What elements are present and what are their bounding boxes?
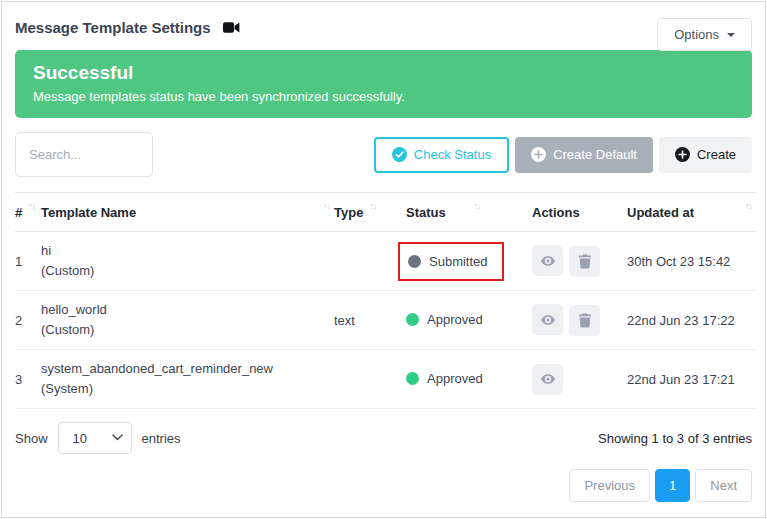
column-header-num[interactable]: #↑↓ [15,193,41,232]
view-button[interactable] [532,364,563,395]
trash-icon [578,313,592,328]
row-number: 3 [15,350,41,409]
table-footer: Show 10 entries Showing 1 to 3 of 3 entr… [15,422,752,454]
column-header-name[interactable]: Template Name↑↓ [41,193,334,232]
status-badge: Approved [406,371,483,386]
check-status-label: Check Status [414,147,491,162]
column-header-status[interactable]: Status↑↓ [406,193,532,232]
sort-icon: ↑↓ [28,201,35,211]
eye-icon [540,253,556,269]
column-label: Updated at [627,205,694,220]
alert-title: Successful [33,62,734,84]
eye-icon [540,312,556,328]
message-template-settings-page: Message Template Settings Options Succes… [1,1,766,518]
create-button[interactable]: Create [659,137,752,173]
column-label: Actions [532,205,580,220]
plus-circle-icon [531,147,546,162]
template-type [334,350,406,409]
table-body: 1hi(Custom)Submitted30th Oct 23 15:422he… [15,232,756,409]
next-page-button[interactable]: Next [695,469,752,502]
video-camera-icon [223,21,240,34]
template-category: (System) [41,379,334,399]
plus-circle-icon [675,147,690,162]
show-label: Show [15,431,48,446]
previous-page-button[interactable]: Previous [569,469,650,502]
status-dot-icon [406,372,419,385]
chevron-down-icon [727,33,735,41]
delete-button[interactable] [569,305,600,336]
check-status-button[interactable]: Check Status [374,137,509,173]
template-name: hi [41,241,334,261]
entries-summary: Showing 1 to 3 of 3 entries [598,431,752,446]
delete-button[interactable] [569,246,600,277]
column-label: # [15,205,22,220]
column-label: Template Name [41,205,136,220]
page-size-select-wrap: 10 [58,422,132,454]
updated-at: 22nd Jun 23 17:22 [627,291,756,350]
page-title: Message Template Settings [15,19,211,36]
status-dot-icon [406,313,419,326]
table-row: 2hello_world(Custom)textApproved22nd Jun… [15,291,756,350]
updated-at: 22nd Jun 23 17:21 [627,350,756,409]
status-dot-icon [408,255,421,268]
success-alert: Successful Message templates status have… [15,50,752,118]
template-name: hello_world [41,300,334,320]
view-button[interactable] [532,245,563,276]
entries-label: entries [142,431,181,446]
status-label: Approved [427,371,483,386]
template-category: (Custom) [41,320,334,340]
page-size-select[interactable]: 10 [58,422,132,454]
view-button[interactable] [532,304,563,335]
trash-icon [578,254,592,269]
pagination: Previous 1 Next [15,469,752,502]
template-type [334,232,406,291]
template-name: system_abandoned_cart_reminder_new [41,359,334,379]
check-circle-icon [392,147,407,162]
column-label: Status [406,205,446,220]
table-toolbar: Check Status Create Default Create [15,132,752,177]
status-label: Approved [427,312,483,327]
eye-icon [540,371,556,387]
column-header-type[interactable]: Type↑↓ [334,193,406,232]
row-number: 2 [15,291,41,350]
sort-icon: ↑↓ [474,201,481,211]
sort-icon: ↑↓ [323,201,330,211]
column-header-updated[interactable]: Updated at↑↓ [627,193,756,232]
page-header: Message Template Settings Options [2,2,765,48]
column-header-actions: Actions [532,193,627,232]
templates-table: #↑↓Template Name↑↓Type↑↓Status↑↓ActionsU… [15,192,756,409]
create-default-button[interactable]: Create Default [515,137,653,173]
status-label: Submitted [429,254,488,269]
options-button-label: Options [674,27,719,42]
updated-at: 30th Oct 23 15:42 [627,232,756,291]
create-label: Create [697,147,736,162]
template-category: (Custom) [41,261,334,281]
column-label: Type [334,205,363,220]
alert-message: Message templates status have been synch… [33,89,734,104]
sort-icon: ↑↓ [745,201,752,211]
table-row: 1hi(Custom)Submitted30th Oct 23 15:42 [15,232,756,291]
table-row: 3system_abandoned_cart_reminder_new(Syst… [15,350,756,409]
status-badge: Approved [406,312,483,327]
status-badge-highlighted: Submitted [398,242,504,281]
options-button[interactable]: Options [657,18,752,51]
row-number: 1 [15,232,41,291]
page-1-button[interactable]: 1 [655,469,690,502]
table-header-row: #↑↓Template Name↑↓Type↑↓Status↑↓ActionsU… [15,193,756,232]
search-input[interactable] [15,132,153,177]
sort-icon: ↑↓ [369,201,376,211]
create-default-label: Create Default [553,147,637,162]
template-type: text [334,291,406,350]
